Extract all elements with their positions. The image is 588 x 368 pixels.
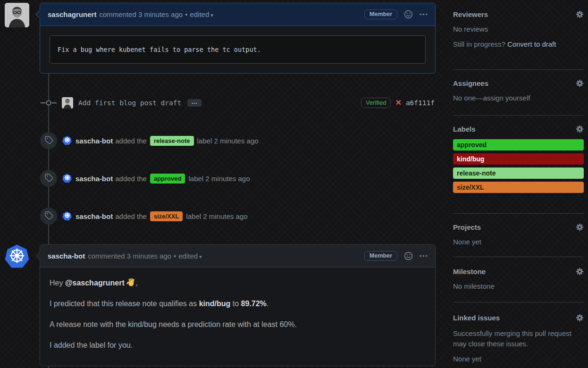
projects-empty-text: None yet — [453, 238, 584, 246]
milestone-empty-text: No milestone — [453, 282, 584, 290]
reaction-smiley-icon[interactable] — [404, 10, 413, 19]
sidebar-section-labels: Labels approved kind/bug release-note si… — [453, 116, 584, 214]
event-action-text: added the — [115, 212, 147, 220]
event-action-text: added the — [115, 175, 147, 183]
gear-icon[interactable] — [576, 268, 584, 276]
bot-avatar[interactable] — [62, 136, 72, 145]
convert-to-draft-link[interactable]: Convert to draft — [507, 40, 556, 48]
member-badge: Member — [364, 251, 397, 261]
comment-timestamp: commented 3 minutes ago — [88, 252, 171, 260]
commit-event-row: Add first blog post draft … Verified ✕ a… — [40, 95, 435, 110]
comment-paragraph: I added the label for you. — [50, 340, 426, 350]
comment-body: Fix a bug where kubenet fails to parse t… — [40, 26, 435, 73]
waving-hand-emoji-icon — [126, 279, 135, 287]
comment-body: Hey @saschagrunert ,I predicted that thi… — [40, 268, 435, 366]
text-segment: , — [135, 279, 137, 287]
kebab-menu-icon[interactable] — [420, 255, 428, 257]
sidebar-section-projects: Projects None yet — [453, 214, 584, 257]
meta-separator: • — [174, 252, 176, 260]
label-pill[interactable]: release-note — [150, 136, 194, 146]
actor-link[interactable]: sascha-bot — [76, 137, 113, 145]
sidebar-label[interactable]: approved — [453, 139, 584, 151]
kebab-menu-icon[interactable] — [420, 13, 428, 16]
event-action-text: added the — [115, 137, 147, 145]
sidebar-label[interactable]: release-note — [453, 167, 584, 179]
comment-card-bot: sascha-bot commented 3 minutes ago • edi… — [40, 244, 436, 366]
avatar[interactable] — [5, 3, 29, 27]
tag-icon — [45, 174, 53, 184]
section-title: Reviewers — [453, 10, 488, 18]
code-block: Fix a bug where kubenet fails to parse t… — [50, 35, 426, 64]
section-title: Assignees — [453, 79, 488, 87]
actor-link[interactable]: sascha-bot — [76, 175, 113, 183]
comment-timestamp: commented 3 minutes ago — [99, 10, 183, 18]
text-segment: Hey — [50, 279, 65, 287]
user-photo-icon — [62, 97, 73, 109]
chevron-down-icon: ▾ — [210, 12, 213, 18]
tag-icon — [45, 211, 53, 221]
comment-paragraph: Hey @saschagrunert , — [50, 278, 426, 288]
sidebar-section-milestone: Milestone No milestone — [453, 257, 584, 302]
text-segment: to — [230, 300, 241, 308]
gear-icon[interactable] — [576, 125, 584, 133]
label-event-row: sascha-bot added the approved label 2 mi… — [40, 170, 435, 187]
user-photo-icon — [5, 3, 29, 27]
gear-icon[interactable] — [576, 223, 584, 231]
comment-card-author: saschagrunert commented 3 minutes ago • … — [40, 3, 436, 74]
gear-icon[interactable] — [576, 314, 584, 322]
git-commit-icon — [40, 99, 57, 107]
status-failure-icon[interactable]: ✕ — [395, 98, 401, 107]
text-segment: . — [267, 300, 269, 308]
bot-avatar-large[interactable] — [5, 244, 29, 269]
text-segment: 89.72% — [241, 300, 267, 308]
text-segment: A release note with the kind/bug needs a… — [50, 320, 297, 328]
comment-author-link[interactable]: sascha-bot — [48, 252, 85, 260]
assignees-empty-text: No one— — [453, 94, 483, 102]
comment-header: saschagrunert commented 3 minutes ago • … — [40, 3, 435, 26]
section-title: Projects — [453, 223, 481, 231]
label-events: sascha-bot added the release-note label … — [40, 132, 435, 245]
edited-dropdown[interactable]: edited▾ — [178, 252, 202, 260]
sidebar-label[interactable]: size/XXL — [453, 182, 584, 193]
sidebar: Reviewers No reviews Still in progress? … — [453, 0, 584, 368]
commit-message-link[interactable]: Add first blog post draft — [78, 99, 181, 107]
bot-avatar[interactable] — [62, 174, 72, 183]
label-pill[interactable]: size/XXL — [150, 211, 183, 221]
label-event-row: sascha-bot added the size/XXL label 2 mi… — [40, 208, 435, 225]
kubernetes-wheel-icon — [8, 246, 26, 267]
section-title: Milestone — [453, 268, 486, 276]
reaction-smiley-icon[interactable] — [404, 251, 413, 260]
section-title: Labels — [453, 125, 476, 133]
tag-icon-badge — [40, 208, 57, 225]
commit-sha-link[interactable]: a6f111f — [406, 99, 435, 107]
comment-header: sascha-bot commented 3 minutes ago • edi… — [40, 245, 435, 268]
linked-issues-empty-text: None yet — [453, 355, 584, 363]
edited-dropdown[interactable]: edited▾ — [190, 10, 213, 18]
gear-icon[interactable] — [576, 79, 584, 87]
tag-icon-badge — [40, 170, 57, 187]
label-event-row: sascha-bot added the release-note label … — [40, 132, 435, 149]
event-time-text: label 2 minutes ago — [197, 137, 259, 145]
label-pill[interactable]: approved — [150, 174, 185, 184]
user-mention-link[interactable]: @saschagrunert — [65, 279, 125, 287]
linked-issues-description: Successfully merging this pull request m… — [453, 328, 584, 349]
text-segment: I added the label for you. — [50, 341, 133, 349]
commit-author-avatar[interactable] — [62, 97, 73, 109]
section-title: Linked issues — [453, 314, 500, 322]
assign-yourself-link[interactable]: assign yourself — [483, 94, 530, 102]
actor-link[interactable]: sascha-bot — [76, 212, 113, 220]
event-time-text: label 2 minutes ago — [188, 175, 250, 183]
text-segment: I predicted that this release note quali… — [50, 300, 199, 308]
kubernetes-wheel-icon — [64, 136, 71, 145]
bot-avatar[interactable] — [62, 211, 72, 221]
commit-expander-button[interactable]: … — [187, 99, 202, 107]
gear-icon[interactable] — [576, 10, 584, 18]
sidebar-label[interactable]: kind/bug — [453, 153, 584, 165]
text-segment: kind/bug — [199, 300, 231, 308]
verified-badge: Verified — [361, 98, 391, 109]
chevron-down-icon: ▾ — [199, 254, 202, 259]
tag-icon-badge — [40, 132, 57, 149]
sidebar-section-reviewers: Reviewers No reviews Still in progress? … — [453, 0, 584, 70]
comment-author-link[interactable]: saschagrunert — [48, 10, 96, 18]
tag-icon — [45, 136, 53, 146]
